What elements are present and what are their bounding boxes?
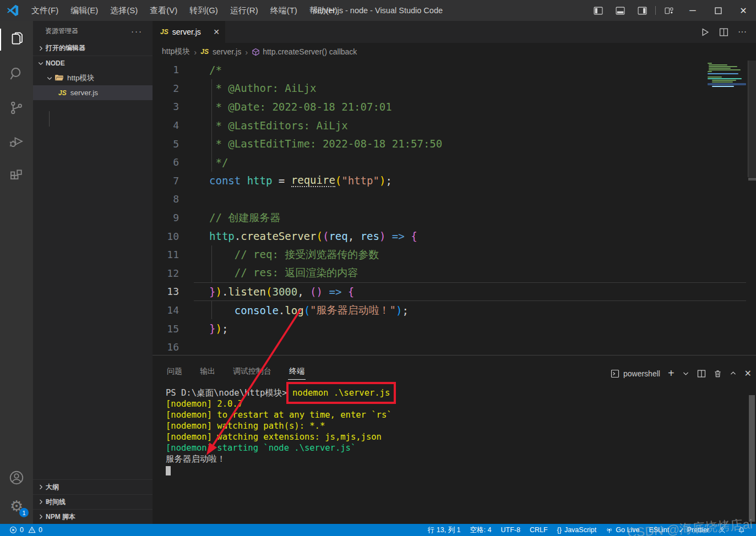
menu-item-0[interactable]: 文件(F) <box>25 0 64 21</box>
status-item-go-live[interactable]: Go Live <box>603 524 642 536</box>
status-item-utf-8[interactable]: UTF-8 <box>498 524 523 536</box>
status-item-bell[interactable] <box>735 524 750 536</box>
outline-section[interactable]: 大纲 <box>33 479 153 494</box>
panel-tab-3[interactable]: 终端 <box>288 367 306 383</box>
maximize-button[interactable] <box>705 0 731 21</box>
breadcrumb-folder[interactable]: http模块 <box>162 47 190 57</box>
panel-tab-0[interactable]: 问题 <box>166 367 183 383</box>
toggle-sidebar-icon[interactable] <box>587 0 609 21</box>
kill-terminal-icon[interactable] <box>714 369 722 378</box>
terminal-icon <box>611 369 619 378</box>
workspace-root[interactable]: NODE <box>33 56 153 70</box>
tab-bar: JS server.js ✕ ··· <box>153 21 756 43</box>
settings-badge: 1 <box>19 508 29 517</box>
terminal[interactable]: PS D:\桌面\node\http模块> nodemon .\server.j… <box>166 387 745 524</box>
status-item-crlf[interactable]: CRLF <box>527 524 551 536</box>
line-number: 4 <box>153 119 194 131</box>
explorer-sidebar: 资源管理器 ··· 打开的编辑器 NODE http模块 JS server.j… <box>33 21 153 524</box>
npm-scripts-section[interactable]: NPM 脚本 <box>33 509 153 524</box>
tab-label: server.js <box>172 28 201 36</box>
extensions-icon[interactable] <box>0 162 33 190</box>
code-line-8: 8 <box>153 190 756 209</box>
error-icon <box>9 526 17 534</box>
editor-more-icon[interactable]: ··· <box>733 27 752 37</box>
problems-status[interactable]: 0 0 <box>7 524 45 536</box>
account-icon[interactable] <box>0 463 33 492</box>
terminal-dropdown-icon[interactable] <box>682 370 689 377</box>
line-number: 12 <box>153 267 194 279</box>
code-line-6: 6 */ <box>153 153 756 172</box>
split-editor-icon[interactable] <box>714 28 733 37</box>
menu-item-5[interactable]: 运行(R) <box>224 0 264 21</box>
minimize-button[interactable]: ─ <box>680 0 705 21</box>
close-panel-icon[interactable]: ✕ <box>744 368 752 379</box>
terminal-line-5: [nodemon] starting `node .\server.js` <box>166 442 745 453</box>
status-bar: 0 0 行 13, 列 1空格: 4UTF-8CRLF{}JavaScriptG… <box>0 524 756 536</box>
code-line-11: 11 // req: 接受浏览器传的参数 <box>153 245 756 264</box>
run-debug-icon[interactable] <box>0 128 33 156</box>
tree-folder-http[interactable]: http模块 <box>33 70 153 85</box>
sidebar-more-icon[interactable]: ··· <box>131 26 143 36</box>
menu-bar: 文件(F)编辑(E)选择(S)查看(V)转到(G)运行(R)终端(T)帮助(H) <box>25 0 344 21</box>
settings-gear-icon[interactable]: ⚙ 1 <box>0 492 33 521</box>
status-item-eslint[interactable]: ESLint <box>646 524 672 536</box>
tree-file-serverjs[interactable]: JS server.js <box>33 85 153 100</box>
menu-item-4[interactable]: 转到(G) <box>183 0 224 21</box>
tab-serverjs[interactable]: JS server.js ✕ <box>153 21 225 43</box>
code-line-3: 3 * @Date: 2022-08-18 21:07:01 <box>153 97 756 116</box>
toggle-panel-icon[interactable] <box>609 0 631 21</box>
menu-item-3[interactable]: 查看(V) <box>144 0 183 21</box>
line-number: 13 <box>153 286 194 297</box>
menu-item-1[interactable]: 编辑(E) <box>64 0 104 21</box>
bottom-panel: 问题输出调试控制台终端 powershell + <box>153 355 756 524</box>
terminal-lines: PS D:\桌面\node\http模块> nodemon .\server.j… <box>166 387 745 475</box>
terminal-line-0: PS D:\桌面\node\http模块> nodemon .\server.j… <box>166 387 745 398</box>
line-number: 3 <box>153 101 194 112</box>
line-number: 8 <box>153 193 194 205</box>
panel-tab-1[interactable]: 输出 <box>199 367 216 383</box>
explorer-icon[interactable] <box>0 25 33 54</box>
status-item-javascript[interactable]: {}JavaScript <box>554 524 600 536</box>
vscode-window: 文件(F)编辑(E)选择(S)查看(V)转到(G)运行(R)终端(T)帮助(H)… <box>0 0 756 536</box>
tab-close-icon[interactable]: ✕ <box>213 28 220 36</box>
terminal-line-2: [nodemon] to restart at any time, enter … <box>166 409 745 420</box>
terminal-shell-selector[interactable]: powershell <box>611 369 660 378</box>
menu-item-6[interactable]: 终端(T) <box>264 0 303 21</box>
line-number: 14 <box>153 304 194 316</box>
line-number: 9 <box>153 212 194 223</box>
code-line-1: 1/* <box>153 61 756 79</box>
menu-item-7[interactable]: 帮助(H) <box>303 0 344 21</box>
code-line-4: 4 * @LastEditors: AiLjx <box>153 116 756 135</box>
new-terminal-icon[interactable]: + <box>668 367 675 380</box>
split-terminal-icon[interactable] <box>697 369 706 378</box>
source-control-icon[interactable] <box>0 94 33 122</box>
status-item-prettier[interactable]: ✓Prettier <box>676 524 712 536</box>
breadcrumb-file[interactable]: JS server.js <box>200 47 241 56</box>
minimap[interactable] <box>708 62 746 86</box>
breadcrumb-symbol[interactable]: http.createServer() callback <box>252 47 357 56</box>
line-number: 7 <box>153 175 194 187</box>
maximize-panel-icon[interactable] <box>730 370 737 377</box>
status-item--13-1[interactable]: 行 13, 列 1 <box>425 524 464 536</box>
run-file-icon[interactable] <box>695 28 714 37</box>
timeline-section[interactable]: 时间线 <box>33 494 153 509</box>
status-item--4[interactable]: 空格: 4 <box>467 524 494 536</box>
code-line-12: 12 // res: 返回渲染的内容 <box>153 264 756 283</box>
toggle-secondary-sidebar-icon[interactable] <box>631 0 653 21</box>
line-number: 2 <box>153 83 194 94</box>
code-editor[interactable]: 1/*2 * @Author: AiLjx3 * @Date: 2022-08-… <box>153 61 756 355</box>
code-line-9: 9// 创建服务器 <box>153 209 756 227</box>
vscode-logo-icon <box>0 4 25 17</box>
menu-item-2[interactable]: 选择(S) <box>104 0 144 21</box>
customize-layout-icon[interactable] <box>658 0 680 21</box>
js-file-icon: JS <box>200 48 209 56</box>
terminal-scrollbar[interactable] <box>749 395 755 522</box>
open-editors-section[interactable]: 打开的编辑器 <box>33 41 153 56</box>
status-item-person[interactable] <box>716 524 731 536</box>
search-icon[interactable] <box>0 59 33 88</box>
open-folder-icon <box>55 74 64 82</box>
panel-tab-2[interactable]: 调试控制台 <box>232 367 273 383</box>
editor-scrollbar[interactable] <box>748 61 756 177</box>
close-button[interactable]: ✕ <box>731 0 756 21</box>
editor-group: JS server.js ✕ ··· http模块 › JS server.js <box>153 21 756 524</box>
